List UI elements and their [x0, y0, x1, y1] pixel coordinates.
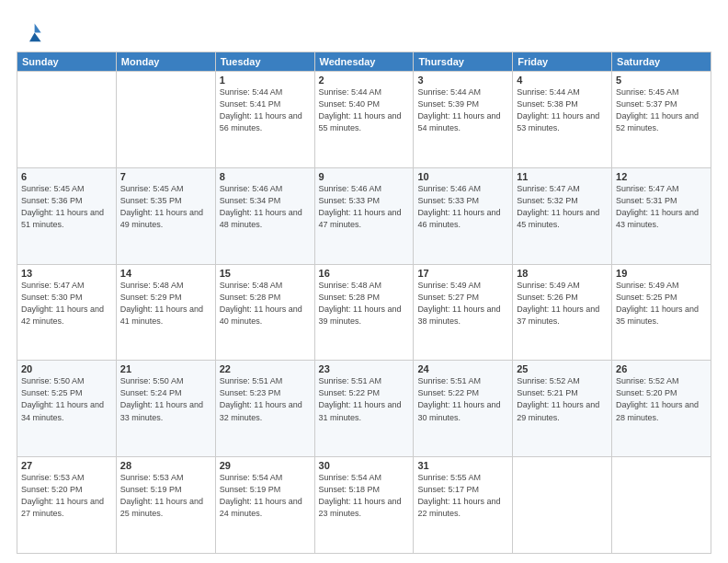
calendar-cell: 29Sunrise: 5:54 AM Sunset: 5:19 PM Dayli… [215, 457, 314, 554]
day-header-friday: Friday [513, 52, 612, 72]
day-number: 21 [120, 363, 211, 374]
day-header-sunday: Sunday [17, 52, 117, 72]
day-info: Sunrise: 5:46 AM Sunset: 5:34 PM Dayligh… [220, 183, 311, 231]
calendar-cell: 22Sunrise: 5:51 AM Sunset: 5:23 PM Dayli… [215, 361, 314, 457]
calendar-cell: 7Sunrise: 5:45 AM Sunset: 5:35 PM Daylig… [116, 167, 215, 264]
day-number: 25 [517, 363, 608, 374]
day-info: Sunrise: 5:44 AM Sunset: 5:40 PM Dayligh… [319, 86, 410, 134]
day-info: Sunrise: 5:50 AM Sunset: 5:25 PM Dayligh… [21, 375, 112, 423]
day-info: Sunrise: 5:45 AM Sunset: 5:37 PM Dayligh… [616, 86, 707, 134]
day-number: 24 [417, 363, 508, 374]
day-info: Sunrise: 5:47 AM Sunset: 5:31 PM Dayligh… [616, 183, 707, 231]
day-info: Sunrise: 5:51 AM Sunset: 5:23 PM Dayligh… [220, 375, 311, 423]
day-info: Sunrise: 5:45 AM Sunset: 5:36 PM Dayligh… [21, 183, 112, 231]
calendar-cell: 3Sunrise: 5:44 AM Sunset: 5:39 PM Daylig… [414, 72, 513, 168]
day-number: 6 [21, 171, 112, 182]
day-header-wednesday: Wednesday [314, 52, 414, 72]
calendar-cell [513, 457, 612, 554]
calendar-cell: 26Sunrise: 5:52 AM Sunset: 5:20 PM Dayli… [612, 361, 711, 457]
day-number: 11 [517, 171, 608, 182]
day-info: Sunrise: 5:44 AM Sunset: 5:38 PM Dayligh… [517, 86, 608, 134]
calendar-cell: 10Sunrise: 5:46 AM Sunset: 5:33 PM Dayli… [414, 167, 513, 264]
day-number: 29 [220, 460, 311, 471]
calendar-week-3: 20Sunrise: 5:50 AM Sunset: 5:25 PM Dayli… [17, 361, 711, 457]
day-number: 17 [417, 268, 508, 279]
day-number: 26 [616, 363, 707, 374]
day-number: 23 [319, 363, 410, 374]
day-info: Sunrise: 5:45 AM Sunset: 5:35 PM Dayligh… [120, 183, 211, 231]
day-info: Sunrise: 5:49 AM Sunset: 5:25 PM Dayligh… [616, 280, 707, 327]
calendar-cell: 1Sunrise: 5:44 AM Sunset: 5:41 PM Daylig… [215, 72, 314, 168]
calendar-cell: 18Sunrise: 5:49 AM Sunset: 5:26 PM Dayli… [513, 264, 612, 361]
calendar-cell: 17Sunrise: 5:49 AM Sunset: 5:27 PM Dayli… [414, 264, 513, 361]
day-info: Sunrise: 5:44 AM Sunset: 5:39 PM Dayligh… [417, 86, 508, 134]
calendar-week-4: 27Sunrise: 5:53 AM Sunset: 5:20 PM Dayli… [17, 457, 711, 554]
header [17, 15, 711, 44]
svg-marker-0 [35, 24, 41, 33]
day-number: 8 [220, 171, 311, 182]
svg-marker-1 [29, 32, 41, 41]
day-header-tuesday: Tuesday [215, 52, 314, 72]
calendar-cell: 27Sunrise: 5:53 AM Sunset: 5:20 PM Dayli… [17, 457, 117, 554]
day-number: 22 [220, 363, 311, 374]
day-header-monday: Monday [116, 52, 215, 72]
day-number: 4 [517, 75, 608, 86]
calendar-week-2: 13Sunrise: 5:47 AM Sunset: 5:30 PM Dayli… [17, 264, 711, 361]
day-number: 30 [319, 460, 410, 471]
day-info: Sunrise: 5:48 AM Sunset: 5:28 PM Dayligh… [220, 280, 311, 327]
calendar-cell: 21Sunrise: 5:50 AM Sunset: 5:24 PM Dayli… [116, 361, 215, 457]
calendar-header: SundayMondayTuesdayWednesdayThursdayFrid… [17, 52, 711, 72]
page: SundayMondayTuesdayWednesdayThursdayFrid… [0, 0, 728, 563]
calendar-cell: 4Sunrise: 5:44 AM Sunset: 5:38 PM Daylig… [513, 72, 612, 168]
calendar-table: SundayMondayTuesdayWednesdayThursdayFrid… [17, 52, 711, 554]
calendar-week-1: 6Sunrise: 5:45 AM Sunset: 5:36 PM Daylig… [17, 167, 711, 264]
calendar-cell: 28Sunrise: 5:53 AM Sunset: 5:19 PM Dayli… [116, 457, 215, 554]
calendar-cell: 31Sunrise: 5:55 AM Sunset: 5:17 PM Dayli… [414, 457, 513, 554]
day-info: Sunrise: 5:48 AM Sunset: 5:28 PM Dayligh… [319, 280, 410, 327]
calendar-cell: 14Sunrise: 5:48 AM Sunset: 5:29 PM Dayli… [116, 264, 215, 361]
day-info: Sunrise: 5:46 AM Sunset: 5:33 PM Dayligh… [417, 183, 508, 231]
calendar-cell: 24Sunrise: 5:51 AM Sunset: 5:22 PM Dayli… [414, 361, 513, 457]
calendar-cell: 11Sunrise: 5:47 AM Sunset: 5:32 PM Dayli… [513, 167, 612, 264]
day-number: 15 [220, 268, 311, 279]
header-row: SundayMondayTuesdayWednesdayThursdayFrid… [17, 52, 711, 72]
day-info: Sunrise: 5:47 AM Sunset: 5:32 PM Dayligh… [517, 183, 608, 231]
day-number: 13 [21, 268, 112, 279]
day-number: 10 [417, 171, 508, 182]
calendar-cell: 2Sunrise: 5:44 AM Sunset: 5:40 PM Daylig… [314, 72, 414, 168]
day-info: Sunrise: 5:51 AM Sunset: 5:22 PM Dayligh… [417, 375, 508, 423]
calendar-body: 1Sunrise: 5:44 AM Sunset: 5:41 PM Daylig… [17, 72, 711, 554]
day-number: 7 [120, 171, 211, 182]
day-header-saturday: Saturday [612, 52, 711, 72]
day-info: Sunrise: 5:44 AM Sunset: 5:41 PM Dayligh… [220, 86, 311, 134]
day-info: Sunrise: 5:49 AM Sunset: 5:26 PM Dayligh… [517, 280, 608, 327]
calendar-cell: 30Sunrise: 5:54 AM Sunset: 5:18 PM Dayli… [314, 457, 414, 554]
day-info: Sunrise: 5:52 AM Sunset: 5:21 PM Dayligh… [517, 375, 608, 423]
day-number: 14 [120, 268, 211, 279]
logo-icon [17, 18, 42, 44]
calendar-cell: 20Sunrise: 5:50 AM Sunset: 5:25 PM Dayli… [17, 361, 117, 457]
day-number: 9 [319, 171, 410, 182]
calendar-cell: 25Sunrise: 5:52 AM Sunset: 5:21 PM Dayli… [513, 361, 612, 457]
day-header-thursday: Thursday [414, 52, 513, 72]
calendar-cell: 9Sunrise: 5:46 AM Sunset: 5:33 PM Daylig… [314, 167, 414, 264]
day-info: Sunrise: 5:54 AM Sunset: 5:18 PM Dayligh… [319, 472, 410, 520]
calendar-cell: 5Sunrise: 5:45 AM Sunset: 5:37 PM Daylig… [612, 72, 711, 168]
calendar-cell [17, 72, 117, 168]
day-info: Sunrise: 5:53 AM Sunset: 5:20 PM Dayligh… [21, 472, 112, 520]
calendar-cell: 23Sunrise: 5:51 AM Sunset: 5:22 PM Dayli… [314, 361, 414, 457]
day-number: 27 [21, 460, 112, 471]
day-number: 18 [517, 268, 608, 279]
day-number: 1 [220, 75, 311, 86]
day-info: Sunrise: 5:51 AM Sunset: 5:22 PM Dayligh… [319, 375, 410, 423]
day-number: 3 [417, 75, 508, 86]
day-number: 31 [417, 460, 508, 471]
day-info: Sunrise: 5:46 AM Sunset: 5:33 PM Dayligh… [319, 183, 410, 231]
day-number: 5 [616, 75, 707, 86]
day-info: Sunrise: 5:55 AM Sunset: 5:17 PM Dayligh… [417, 472, 508, 520]
calendar-cell [612, 457, 711, 554]
day-info: Sunrise: 5:50 AM Sunset: 5:24 PM Dayligh… [120, 375, 211, 423]
day-info: Sunrise: 5:52 AM Sunset: 5:20 PM Dayligh… [616, 375, 707, 423]
day-number: 20 [21, 363, 112, 374]
day-info: Sunrise: 5:48 AM Sunset: 5:29 PM Dayligh… [120, 280, 211, 327]
